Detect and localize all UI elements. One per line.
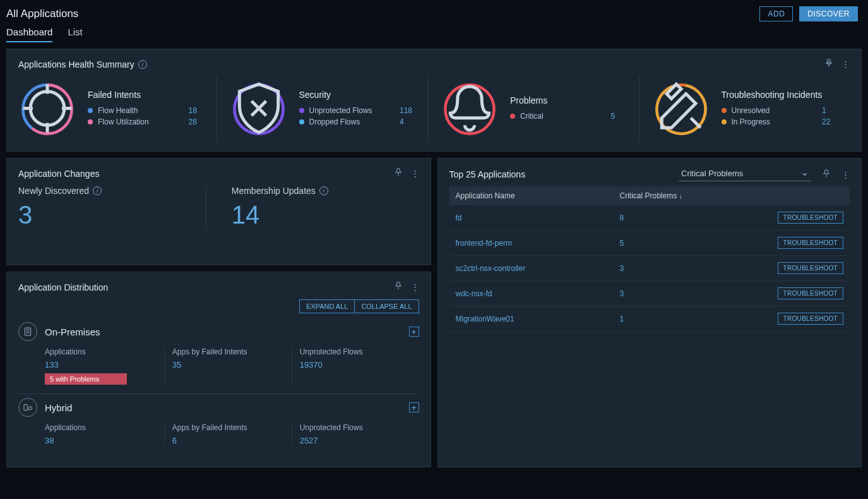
application-changes-panel: Application Changes ⋮ Newly Discoveredi … bbox=[6, 158, 431, 265]
legend-value[interactable]: 5 bbox=[611, 112, 626, 121]
distribution-name: Hybrid bbox=[45, 402, 401, 413]
legend-label: Unprotected Flows bbox=[309, 106, 395, 115]
table-row: sc2ctrl-nsx-controller3TROUBLESHOOT bbox=[449, 256, 850, 281]
security-heading: Security bbox=[299, 90, 415, 100]
distribution-name: On-Premises bbox=[45, 327, 401, 337]
kebab-icon[interactable]: ⋮ bbox=[841, 170, 850, 179]
kebab-icon[interactable]: ⋮ bbox=[411, 282, 419, 292]
info-icon[interactable]: i bbox=[93, 186, 102, 195]
svg-rect-14 bbox=[25, 328, 30, 335]
legend-label: Dropped Flows bbox=[309, 117, 395, 126]
tools-icon bbox=[652, 80, 710, 140]
problems-heading: Problems bbox=[510, 95, 626, 105]
troubleshoot-button[interactable]: TROUBLESHOOT bbox=[778, 313, 843, 325]
bell-icon bbox=[441, 80, 499, 140]
pin-icon[interactable] bbox=[393, 281, 403, 293]
distribution-group-onprem: On-Premises + Applications 133 5 with Pr… bbox=[18, 322, 419, 394]
failed-intents-heading: Failed Intents bbox=[88, 90, 204, 100]
filter-select[interactable]: Critical Problems bbox=[679, 167, 811, 181]
dist-value[interactable]: 2527 bbox=[300, 436, 412, 445]
application-distribution-panel: Application Distribution ⋮ EXPAND ALL CO… bbox=[6, 272, 431, 467]
column-app-name[interactable]: Application Name bbox=[456, 191, 620, 200]
critical-problems-value: 3 bbox=[620, 264, 765, 273]
dist-value[interactable]: 38 bbox=[45, 436, 157, 445]
dist-value[interactable]: 133 bbox=[45, 360, 157, 370]
table-row: MigrationWave011TROUBLESHOOT bbox=[449, 306, 850, 332]
table-row: fd8TROUBLESHOOT bbox=[449, 205, 850, 231]
legend-label: Flow Health bbox=[98, 106, 184, 115]
legend-label: In Progress bbox=[732, 117, 817, 126]
legend-label: Unresolved bbox=[732, 106, 817, 115]
discover-button[interactable]: DISCOVER bbox=[799, 6, 858, 21]
legend-value[interactable]: 1 bbox=[822, 106, 837, 115]
expand-button[interactable]: + bbox=[409, 402, 419, 412]
sort-desc-icon: ↓ bbox=[679, 192, 683, 200]
tab-dashboard[interactable]: Dashboard bbox=[6, 27, 52, 42]
dist-label: Apps by Failed Intents bbox=[172, 423, 284, 432]
info-icon[interactable]: i bbox=[138, 60, 147, 69]
troubleshoot-button[interactable]: TROUBLESHOOT bbox=[778, 287, 843, 299]
table-row: frontend-fd-perm5TROUBLESHOOT bbox=[449, 231, 850, 256]
legend-value[interactable]: 4 bbox=[400, 117, 415, 126]
pin-icon[interactable] bbox=[393, 167, 403, 179]
expand-button[interactable]: + bbox=[409, 327, 419, 337]
health-security: Security Unprotected Flows118 Dropped Fl… bbox=[217, 76, 429, 142]
dist-label: Unprotected Flows bbox=[300, 423, 412, 432]
troubleshoot-button[interactable]: TROUBLESHOOT bbox=[778, 237, 843, 249]
app-name-link[interactable]: wdc-nsx-fd bbox=[456, 289, 620, 298]
legend-value[interactable]: 18 bbox=[189, 106, 204, 115]
dist-label: Apps by Failed Intents bbox=[172, 347, 284, 356]
application-changes-title: Application Changes bbox=[18, 169, 99, 179]
dot-icon bbox=[88, 108, 93, 113]
page-title: All Applications bbox=[6, 8, 78, 20]
info-icon[interactable]: i bbox=[319, 186, 328, 195]
troubleshoot-button[interactable]: TROUBLESHOOT bbox=[778, 262, 843, 274]
legend-value[interactable]: 22 bbox=[822, 117, 837, 126]
dot-icon bbox=[722, 108, 727, 113]
shield-x-icon bbox=[230, 80, 288, 140]
dist-label: Applications bbox=[45, 347, 157, 356]
pin-icon[interactable] bbox=[821, 169, 831, 181]
newly-discovered-label: Newly Discovered bbox=[18, 186, 89, 196]
legend-label: Flow Utilization bbox=[98, 117, 184, 126]
dist-label: Applications bbox=[45, 423, 157, 432]
tab-list[interactable]: List bbox=[68, 27, 82, 42]
problems-badge[interactable]: 5 with Problems bbox=[45, 373, 127, 385]
health-problems: Problems Critical5 bbox=[428, 76, 639, 142]
svg-rect-18 bbox=[24, 404, 27, 410]
collapse-all-button[interactable]: COLLAPSE ALL bbox=[354, 299, 419, 313]
newly-discovered-value[interactable]: 3 bbox=[18, 201, 206, 229]
dist-value[interactable]: 35 bbox=[172, 360, 284, 370]
svg-point-2 bbox=[30, 92, 64, 126]
kebab-icon[interactable]: ⋮ bbox=[411, 169, 419, 178]
membership-updates-value[interactable]: 14 bbox=[232, 201, 419, 229]
legend-value[interactable]: 28 bbox=[189, 117, 204, 126]
pin-icon[interactable] bbox=[824, 58, 834, 70]
legend-label: Critical bbox=[520, 112, 606, 121]
app-name-link[interactable]: frontend-fd-perm bbox=[456, 239, 620, 248]
target-icon bbox=[18, 80, 76, 140]
add-button[interactable]: ADD bbox=[759, 6, 793, 21]
dist-value[interactable]: 19370 bbox=[300, 360, 412, 370]
legend-value[interactable]: 118 bbox=[400, 106, 415, 115]
column-critical-problems[interactable]: Critical Problems ↓ bbox=[620, 191, 765, 200]
app-name-link[interactable]: sc2ctrl-nsx-controller bbox=[456, 264, 620, 273]
app-name-link[interactable]: fd bbox=[456, 213, 620, 222]
health-summary-title: Applications Health Summary bbox=[18, 59, 134, 69]
top-applications-panel: Top 25 Applications Critical Problems ⋮ … bbox=[437, 158, 862, 467]
application-distribution-title: Application Distribution bbox=[18, 282, 108, 292]
troubleshooting-heading: Troubleshooting Incidents bbox=[722, 90, 838, 100]
critical-problems-value: 5 bbox=[620, 239, 765, 248]
app-name-link[interactable]: MigrationWave01 bbox=[456, 315, 620, 323]
dist-label: Unprotected Flows bbox=[300, 347, 412, 356]
membership-updates-label: Membership Updates bbox=[232, 186, 316, 196]
expand-all-button[interactable]: EXPAND ALL bbox=[299, 299, 354, 313]
table-header: Application Name Critical Problems ↓ bbox=[449, 186, 850, 205]
dot-icon bbox=[88, 119, 93, 124]
kebab-icon[interactable]: ⋮ bbox=[841, 59, 850, 69]
troubleshoot-button[interactable]: TROUBLESHOOT bbox=[778, 212, 843, 224]
critical-problems-value: 1 bbox=[620, 315, 765, 323]
table-row: wdc-nsx-fd3TROUBLESHOOT bbox=[449, 281, 850, 306]
dist-value[interactable]: 6 bbox=[172, 436, 284, 445]
dot-icon bbox=[299, 108, 304, 113]
